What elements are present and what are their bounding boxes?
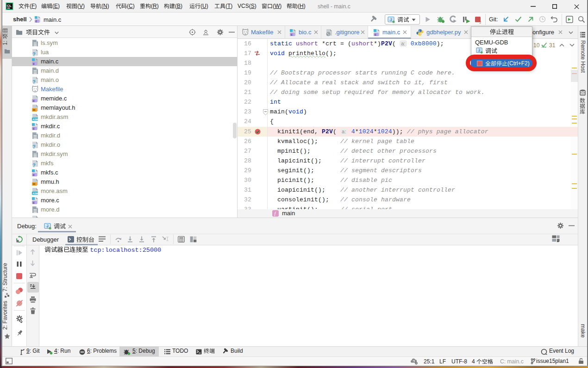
svg-text:2: 2	[480, 21, 482, 24]
svg-text:CL: CL	[7, 4, 12, 8]
